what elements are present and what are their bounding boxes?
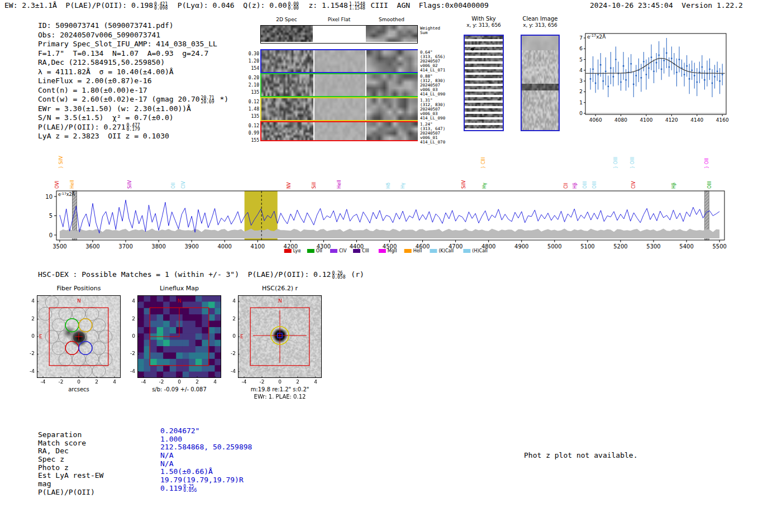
emission-line-label: SiIV: [127, 180, 132, 189]
emission-line-label: CII: [564, 183, 569, 189]
with-sky-coords: x, y: 313, 656: [458, 22, 509, 28]
lineflux-map-overlay: N: [137, 295, 221, 378]
legend-label: Lyα: [293, 248, 301, 253]
spec2d-row-left-labels: 0.120.99155: [246, 123, 259, 145]
x-tick-label: 4: [210, 379, 220, 385]
y-tick-label: 4: [23, 298, 35, 304]
y-tick-label: -2: [23, 351, 35, 356]
info-line-plae: P(LAE)/P(OII): 0.2710.4770.179: [38, 123, 228, 132]
svg-text:4000: 4000: [217, 243, 231, 250]
match-row-value: 0.204672": [160, 426, 199, 435]
zoom-spectrum-plot: 01234567406040804100412041404160e-17x2Å: [569, 29, 736, 132]
spec2d-row: [260, 49, 418, 73]
svg-text:5000: 5000: [547, 243, 561, 250]
x-tick-label: 2: [192, 379, 202, 385]
x-tick-label: 0: [74, 379, 84, 385]
lineflux-map-caption: s/b: -0.09 +/- 0.087: [123, 386, 236, 392]
svg-text:4160: 4160: [716, 117, 729, 123]
svg-text:4080: 4080: [614, 117, 627, 123]
emission-line-label: NV: [287, 182, 292, 189]
info-line-sn: S/N = 3.5(±1.5) χ² = 0.7(±0.0): [38, 113, 228, 123]
info-line-lineflux: LineFlux = 2.00(±0.87)e-16: [38, 76, 228, 86]
svg-text:4060: 4060: [589, 117, 602, 123]
emission-line-label: } OIII: [630, 157, 635, 169]
match-row-label: Separation: [38, 431, 160, 439]
emission-line-label: } SiIV: [59, 156, 64, 169]
with-sky-panel: With Sky x, y: 313, 656: [458, 16, 509, 134]
match-row-value: 1.000: [160, 435, 182, 443]
emission-line-label: OII: [171, 183, 176, 189]
legend-label: OII: [316, 248, 322, 253]
svg-text:6: 6: [579, 46, 583, 51]
emission-line-label: OIII: [707, 181, 712, 189]
x-tick-label: -4: [139, 379, 149, 385]
legend-label: (K)CaII: [438, 248, 454, 253]
compass-east-label: E: [39, 334, 42, 339]
y-tick-label: 2: [23, 316, 35, 322]
info-line-seeing: F=1.7" T=0.134 N=1.07 A=0.93 g=24.7: [38, 49, 228, 59]
fiber-positions-title: Fiber Positions: [37, 285, 121, 292]
fiber-positions-panel: Fiber Positions NE arcsecs -4-4-2-200224…: [22, 284, 140, 404]
x-tick-label: 4: [311, 379, 321, 385]
emission-line-label: HeII: [337, 180, 342, 189]
svg-text:4100: 4100: [640, 117, 653, 123]
match-row-label: Photo z: [38, 464, 160, 472]
info-line-id: ID: 5090073741 (5090073741.pdf): [38, 21, 228, 31]
svg-text:2: 2: [579, 89, 583, 94]
match-row-label: Spec z: [38, 456, 160, 464]
hsc-cutout-caption2: EWr: 1. PLAE: 0.12: [223, 394, 336, 400]
y-tick-label: -2: [124, 351, 135, 356]
full-spectrum-plot: 3500360037003800390040004100420043004400…: [49, 144, 733, 264]
svg-text:5200: 5200: [613, 243, 627, 250]
svg-text:1: 1: [579, 100, 583, 106]
emission-line-label: Hβ: [671, 183, 676, 189]
hsc-cutout-caption: m:19.8 re:1.2" s:0.2": [223, 386, 336, 392]
match-table-row: Spec zN/A: [38, 456, 252, 464]
svg-text:4: 4: [579, 68, 583, 73]
x-tick-label: -2: [56, 379, 66, 385]
match-table-row: Photo zN/A: [38, 464, 252, 472]
match-row-value: 0.1190.250.056: [160, 484, 198, 492]
y-tick-label: 4: [124, 298, 135, 304]
legend-label: HeII: [413, 248, 422, 253]
emission-line-label: OVI: [55, 181, 60, 189]
svg-text:0: 0: [49, 232, 53, 238]
spec2d-row: [260, 121, 418, 141]
legend-label: MgII: [388, 248, 397, 253]
svg-text:4120: 4120: [665, 117, 678, 123]
svg-text:10: 10: [45, 194, 53, 200]
emission-line-label: HeII: [70, 180, 75, 189]
header-timestamp: 2024-10-26 23:45:04 Version 1.22.2: [590, 1, 743, 9]
header-summary-line: EW: 2.3±1.1Å P(LAE)/P(OII): 0.1980.4210.…: [4, 1, 489, 10]
svg-text:e-17x2Å: e-17x2Å: [58, 191, 75, 197]
info-line-obs: Obs: 20240507v006_5090073741: [38, 31, 228, 40]
legend-label: (H)CaII: [472, 248, 487, 253]
match-table-row: RA, Dec212.584868, 50.259898: [38, 447, 252, 456]
svg-text:5300: 5300: [646, 243, 660, 250]
spec2d-row-left-labels: 0.121.48135: [246, 99, 259, 121]
emission-line-label: SiII: [312, 182, 317, 189]
info-line-ewr: EWr = 3.30(±1.50) (w: 2.30(±1.00))Å: [38, 104, 228, 114]
match-row-label: mag: [38, 480, 160, 488]
spec2d-col-header: Smoothed: [379, 17, 404, 22]
clean-image-coords: x, y: 313, 656: [515, 22, 565, 28]
svg-text:3900: 3900: [184, 243, 198, 250]
match-table-row: P(LAE)/P(OII)0.1190.250.056: [38, 488, 252, 497]
x-tick-label: 2: [92, 379, 102, 385]
match-row-label: RA, Dec: [38, 447, 160, 456]
info-line-contw: Cont(w) = 2.60(±0.02)e-17 (gmag 20.7020.…: [38, 95, 228, 104]
compass-north-label: N: [278, 298, 282, 304]
elixer-report-page: EW: 2.3±1.1Å P(LAE)/P(OII): 0.1980.4210.…: [0, 0, 782, 532]
emission-line-label: CIV: [631, 181, 636, 189]
spec2d-row: [260, 97, 418, 121]
info-line-primary: Primary Spec_Slot_IFU_AMP: 414_038_035_L…: [38, 40, 228, 49]
y-tick-label: 2: [124, 316, 135, 322]
fiber-positions-xlabel: arcsecs: [22, 386, 135, 392]
y-tick-label: -4: [124, 368, 135, 374]
legend-label: CIII: [362, 248, 369, 253]
catalog-match-table: Separation0.204672"Match score1.000RA, D…: [38, 431, 252, 497]
y-tick-label: 4: [225, 298, 236, 304]
svg-text:4900: 4900: [514, 243, 528, 250]
spec2d-col-header: 2D Spec: [276, 17, 297, 22]
svg-text:5400: 5400: [679, 243, 693, 250]
